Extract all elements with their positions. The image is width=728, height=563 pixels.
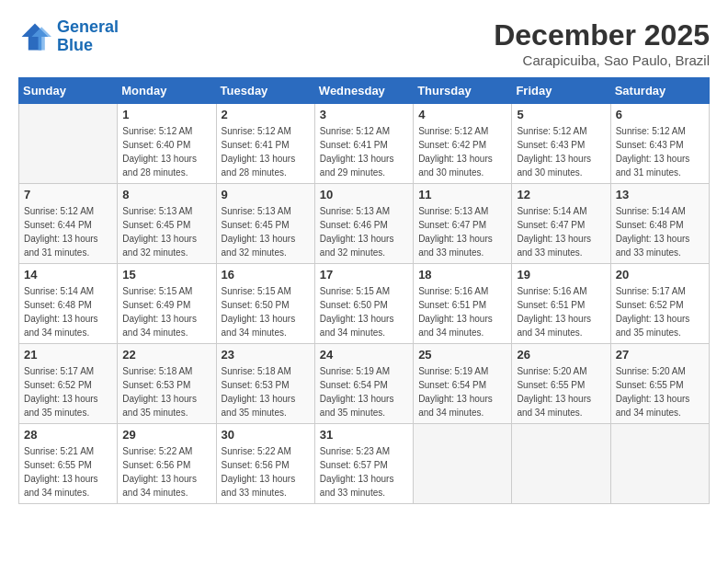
day-info: Sunrise: 5:12 AM Sunset: 6:41 PM Dayligh… [320, 124, 408, 179]
day-number: 13 [616, 188, 704, 201]
calendar-week-row: 21Sunrise: 5:17 AM Sunset: 6:52 PM Dayli… [19, 344, 710, 424]
day-info: Sunrise: 5:22 AM Sunset: 6:56 PM Dayligh… [222, 444, 310, 500]
calendar-cell: 6Sunrise: 5:12 AM Sunset: 6:43 PM Daylig… [610, 104, 709, 184]
weekday-header: Monday [118, 78, 216, 104]
page-subtitle: Carapicuiba, Sao Paulo, Brazil [494, 52, 710, 68]
day-info: Sunrise: 5:12 AM Sunset: 6:44 PM Dayligh… [24, 204, 112, 259]
weekday-header: Wednesday [314, 78, 413, 104]
day-number: 5 [517, 108, 605, 121]
day-info: Sunrise: 5:15 AM Sunset: 6:50 PM Dayligh… [222, 284, 310, 339]
day-info: Sunrise: 5:18 AM Sunset: 6:53 PM Dayligh… [122, 364, 210, 419]
day-number: 31 [320, 428, 408, 442]
calendar-cell: 8Sunrise: 5:13 AM Sunset: 6:45 PM Daylig… [118, 184, 216, 264]
calendar-cell: 23Sunrise: 5:18 AM Sunset: 6:53 PM Dayli… [216, 344, 314, 424]
calendar-cell: 18Sunrise: 5:16 AM Sunset: 6:51 PM Dayli… [414, 264, 512, 344]
calendar-cell: 25Sunrise: 5:19 AM Sunset: 6:54 PM Dayli… [414, 344, 512, 424]
calendar-week-row: 14Sunrise: 5:14 AM Sunset: 6:48 PM Dayli… [19, 264, 710, 344]
day-info: Sunrise: 5:13 AM Sunset: 6:47 PM Dayligh… [418, 204, 506, 259]
calendar-cell: 7Sunrise: 5:12 AM Sunset: 6:44 PM Daylig… [19, 184, 118, 264]
day-number: 15 [122, 268, 210, 282]
calendar-cell: 22Sunrise: 5:18 AM Sunset: 6:53 PM Dayli… [118, 344, 216, 424]
page-title: December 2025 [494, 18, 710, 52]
calendar-cell: 27Sunrise: 5:20 AM Sunset: 6:55 PM Dayli… [610, 344, 709, 424]
logo-line1: General [57, 17, 119, 36]
day-info: Sunrise: 5:13 AM Sunset: 6:45 PM Dayligh… [122, 204, 210, 259]
calendar-cell [414, 424, 512, 504]
day-info: Sunrise: 5:12 AM Sunset: 6:43 PM Dayligh… [616, 124, 704, 179]
day-info: Sunrise: 5:13 AM Sunset: 6:45 PM Dayligh… [222, 204, 310, 259]
day-info: Sunrise: 5:15 AM Sunset: 6:50 PM Dayligh… [320, 284, 408, 339]
logo-text: General Blue [57, 18, 119, 55]
day-info: Sunrise: 5:16 AM Sunset: 6:51 PM Dayligh… [418, 284, 506, 339]
day-info: Sunrise: 5:19 AM Sunset: 6:54 PM Dayligh… [320, 364, 408, 419]
calendar-cell: 4Sunrise: 5:12 AM Sunset: 6:42 PM Daylig… [414, 104, 512, 184]
day-number: 7 [24, 188, 112, 201]
calendar-cell: 15Sunrise: 5:15 AM Sunset: 6:49 PM Dayli… [118, 264, 216, 344]
day-info: Sunrise: 5:16 AM Sunset: 6:51 PM Dayligh… [517, 284, 605, 339]
calendar-cell: 3Sunrise: 5:12 AM Sunset: 6:41 PM Daylig… [314, 104, 413, 184]
day-info: Sunrise: 5:12 AM Sunset: 6:41 PM Dayligh… [222, 124, 310, 179]
calendar-cell: 26Sunrise: 5:20 AM Sunset: 6:55 PM Dayli… [512, 344, 610, 424]
day-number: 8 [122, 188, 210, 201]
weekday-header: Thursday [414, 78, 512, 104]
calendar-cell: 30Sunrise: 5:22 AM Sunset: 6:56 PM Dayli… [216, 424, 314, 504]
calendar-cell: 21Sunrise: 5:17 AM Sunset: 6:52 PM Dayli… [19, 344, 118, 424]
day-number: 22 [122, 348, 210, 362]
calendar-cell: 11Sunrise: 5:13 AM Sunset: 6:47 PM Dayli… [414, 184, 512, 264]
day-info: Sunrise: 5:12 AM Sunset: 6:43 PM Dayligh… [517, 124, 605, 179]
calendar-cell: 13Sunrise: 5:14 AM Sunset: 6:48 PM Dayli… [610, 184, 709, 264]
calendar-cell [512, 424, 610, 504]
weekday-header: Saturday [610, 78, 709, 104]
calendar-week-row: 28Sunrise: 5:21 AM Sunset: 6:55 PM Dayli… [19, 424, 710, 504]
day-number: 12 [517, 188, 605, 201]
calendar-cell: 1Sunrise: 5:12 AM Sunset: 6:40 PM Daylig… [118, 104, 216, 184]
day-info: Sunrise: 5:14 AM Sunset: 6:48 PM Dayligh… [24, 284, 112, 339]
calendar-cell [19, 104, 118, 184]
day-info: Sunrise: 5:14 AM Sunset: 6:47 PM Dayligh… [517, 204, 605, 259]
logo-icon [18, 20, 51, 53]
logo: General Blue [18, 18, 119, 55]
day-number: 28 [24, 428, 112, 442]
calendar-cell: 10Sunrise: 5:13 AM Sunset: 6:46 PM Dayli… [314, 184, 413, 264]
day-number: 10 [320, 188, 408, 201]
day-number: 2 [222, 108, 310, 121]
day-number: 25 [418, 348, 506, 362]
day-info: Sunrise: 5:14 AM Sunset: 6:48 PM Dayligh… [616, 204, 704, 259]
calendar-cell: 2Sunrise: 5:12 AM Sunset: 6:41 PM Daylig… [216, 104, 314, 184]
calendar-cell: 16Sunrise: 5:15 AM Sunset: 6:50 PM Dayli… [216, 264, 314, 344]
day-number: 21 [24, 348, 112, 362]
calendar-cell: 20Sunrise: 5:17 AM Sunset: 6:52 PM Dayli… [610, 264, 709, 344]
day-number: 3 [320, 108, 408, 121]
day-info: Sunrise: 5:20 AM Sunset: 6:55 PM Dayligh… [616, 364, 704, 419]
calendar-cell: 12Sunrise: 5:14 AM Sunset: 6:47 PM Dayli… [512, 184, 610, 264]
day-info: Sunrise: 5:20 AM Sunset: 6:55 PM Dayligh… [517, 364, 605, 419]
calendar-cell [610, 424, 709, 504]
weekday-header: Friday [512, 78, 610, 104]
day-number: 19 [517, 268, 605, 282]
logo-line2: Blue [57, 36, 93, 54]
calendar-header-row: SundayMondayTuesdayWednesdayThursdayFrid… [19, 78, 710, 104]
day-info: Sunrise: 5:18 AM Sunset: 6:53 PM Dayligh… [222, 364, 310, 419]
day-info: Sunrise: 5:12 AM Sunset: 6:40 PM Dayligh… [122, 124, 210, 179]
day-number: 16 [222, 268, 310, 282]
day-number: 29 [122, 428, 210, 442]
calendar-cell: 31Sunrise: 5:23 AM Sunset: 6:57 PM Dayli… [314, 424, 413, 504]
day-number: 30 [222, 428, 310, 442]
day-number: 23 [222, 348, 310, 362]
day-info: Sunrise: 5:17 AM Sunset: 6:52 PM Dayligh… [24, 364, 112, 419]
calendar-cell: 28Sunrise: 5:21 AM Sunset: 6:55 PM Dayli… [19, 424, 118, 504]
calendar-cell: 29Sunrise: 5:22 AM Sunset: 6:56 PM Dayli… [118, 424, 216, 504]
day-number: 14 [24, 268, 112, 282]
day-number: 6 [616, 108, 704, 121]
day-number: 9 [222, 188, 310, 201]
day-info: Sunrise: 5:23 AM Sunset: 6:57 PM Dayligh… [320, 444, 408, 500]
weekday-header: Sunday [19, 78, 118, 104]
weekday-header: Tuesday [216, 78, 314, 104]
day-number: 27 [616, 348, 704, 362]
header: General Blue December 2025 Carapicuiba, … [18, 18, 710, 68]
calendar-cell: 19Sunrise: 5:16 AM Sunset: 6:51 PM Dayli… [512, 264, 610, 344]
calendar-week-row: 1Sunrise: 5:12 AM Sunset: 6:40 PM Daylig… [19, 104, 710, 184]
calendar-cell: 5Sunrise: 5:12 AM Sunset: 6:43 PM Daylig… [512, 104, 610, 184]
calendar-cell: 24Sunrise: 5:19 AM Sunset: 6:54 PM Dayli… [314, 344, 413, 424]
calendar-table: SundayMondayTuesdayWednesdayThursdayFrid… [18, 77, 710, 504]
